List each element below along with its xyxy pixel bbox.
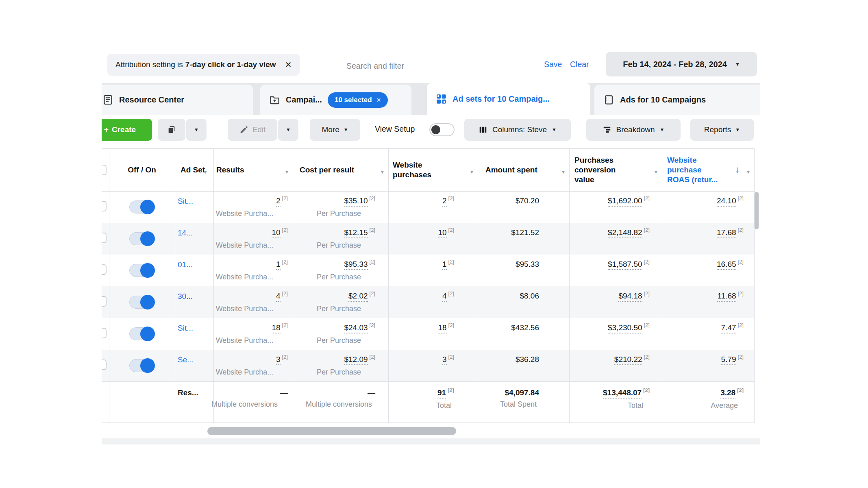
row-checkbox[interactable] [102, 296, 107, 307]
date-range-button[interactable]: Feb 14, 2024 - Feb 28, 2024 ▼ [606, 52, 757, 76]
column-header-website-purchase-roas[interactable]: Website purchase ROAS (retur...↓▼ [662, 148, 754, 191]
roas-value[interactable]: 17.68 [717, 228, 736, 238]
column-header-results[interactable]: Results▼ [213, 148, 293, 191]
ad-set-toggle[interactable] [129, 296, 154, 309]
duplicate-button[interactable] [158, 119, 185, 141]
more-button[interactable]: More ▼ [310, 119, 360, 141]
edit-button[interactable]: Edit [228, 119, 277, 141]
create-button[interactable]: + Create [102, 119, 152, 141]
website-purchases-value[interactable]: 10 [438, 228, 446, 238]
website-purchases-value[interactable]: 2 [442, 196, 447, 207]
column-menu-caret-icon[interactable]: ▼ [470, 167, 474, 177]
amount-spent-cell: $95.33 [478, 255, 569, 286]
roas-value[interactable]: 7.47 [721, 323, 736, 333]
duplicate-menu-button[interactable]: ▼ [186, 119, 207, 141]
cost-per-result-value[interactable]: $12.09 [344, 355, 368, 365]
column-menu-caret-icon[interactable]: ▼ [380, 167, 385, 177]
results-value[interactable]: 18 [272, 323, 280, 333]
ad-set-name-link[interactable]: Se... [178, 355, 194, 364]
column-menu-caret-icon[interactable]: ▼ [285, 167, 289, 177]
website-purchases-value[interactable]: 4 [442, 292, 447, 302]
roas-value[interactable]: 11.68 [717, 292, 736, 302]
footnote-marker: [2] [738, 195, 744, 201]
conversion-value[interactable]: $210.22 [614, 355, 642, 365]
roas-value[interactable]: 16.65 [717, 260, 736, 270]
column-menu-caret-icon[interactable]: ▼ [203, 167, 208, 177]
row-checkbox[interactable] [102, 264, 107, 275]
tab-ad-sets[interactable]: Ad sets for 10 Campaig... [427, 83, 590, 115]
cost-per-result-value[interactable]: $35.10 [344, 196, 368, 207]
row-checkbox[interactable] [102, 233, 107, 243]
conversion-value[interactable]: $94.18 [618, 292, 642, 302]
column-menu-caret-icon[interactable]: ▼ [561, 167, 566, 177]
row-checkbox[interactable] [102, 359, 107, 370]
conversion-value[interactable]: $3,230.50 [608, 323, 642, 333]
columns-button[interactable]: Columns: Steve ▼ [464, 119, 571, 141]
website-purchases-cell: 1[2] [388, 255, 478, 286]
column-header-purchases-conversion-value[interactable]: Purchases conversion value▼ [569, 148, 662, 191]
website-purchases-value[interactable]: 3 [442, 355, 447, 365]
column-header-amount-spent[interactable]: Amount spent▼ [478, 148, 569, 191]
ad-set-name-link[interactable]: Sit... [178, 197, 193, 205]
conversion-value[interactable]: $2,148.82 [608, 228, 642, 238]
results-value[interactable]: 4 [276, 292, 281, 302]
cost-per-result-value[interactable]: $95.33 [344, 260, 368, 270]
cost-per-result-value[interactable]: $2.02 [348, 292, 368, 302]
column-menu-caret-icon[interactable]: ▼ [746, 167, 751, 177]
column-header-ad-set[interactable]: Ad Set▼ [175, 148, 213, 191]
tab-ads[interactable]: Ads for 10 Campaigns [594, 85, 760, 115]
attribution-filter-chip[interactable]: Attribution setting is 7-day click or 1-… [107, 54, 300, 76]
select-all-checkbox[interactable] [102, 165, 107, 175]
roas-value[interactable]: 24.10 [717, 196, 736, 207]
ad-set-toggle[interactable] [129, 264, 154, 277]
save-filter-link[interactable]: Save [544, 60, 562, 69]
date-range-value: Feb 14, 2024 - Feb 28, 2024 [623, 60, 727, 69]
results-value[interactable]: 1 [276, 260, 281, 270]
results-value[interactable]: 3 [276, 355, 281, 365]
view-setup-toggle[interactable] [429, 123, 455, 136]
close-icon[interactable]: ✕ [285, 60, 292, 70]
search-input[interactable] [346, 57, 522, 75]
tab-resource-center[interactable]: Resource Center [102, 85, 253, 115]
ad-set-name-link[interactable]: 14... [178, 229, 193, 237]
totals-spent-value: $4,097.84 [505, 388, 539, 397]
reports-button[interactable]: Reports ▼ [690, 119, 754, 141]
row-checkbox[interactable] [102, 328, 107, 338]
column-menu-caret-icon[interactable]: ▼ [654, 167, 658, 177]
website-purchases-value[interactable]: 1 [442, 260, 447, 270]
row-checkbox[interactable] [102, 201, 107, 211]
ad-set-name-link[interactable]: 01... [178, 260, 193, 269]
ad-set-toggle[interactable] [129, 200, 154, 214]
edit-menu-button[interactable]: ▼ [278, 119, 298, 141]
roas-cell: 11.68[2] [662, 286, 754, 318]
totals-roas-value[interactable]: 3.28 [720, 388, 735, 399]
horizontal-scrollbar[interactable] [207, 427, 456, 435]
tab-campaigns[interactable]: Campai... 10 selected ✕ [260, 85, 411, 115]
ad-set-cell: 30... [175, 286, 213, 318]
cost-per-result-value[interactable]: $24.03 [344, 323, 368, 333]
results-value[interactable]: 10 [272, 228, 280, 238]
cost-per-result-value[interactable]: $12.15 [344, 228, 368, 238]
ad-set-name-link[interactable]: 30... [178, 292, 193, 301]
roas-value[interactable]: 5.79 [721, 355, 736, 365]
ad-set-toggle[interactable] [129, 359, 154, 372]
totals-conversion-value[interactable]: $13,448.07 [603, 388, 642, 399]
off-on-cell [109, 318, 175, 350]
cost-per-result-sublabel: Per Purchase [289, 305, 388, 313]
vertical-scrollbar[interactable] [755, 192, 759, 229]
breakdown-button[interactable]: Breakdown ▼ [586, 119, 681, 141]
website-purchases-value[interactable]: 18 [438, 323, 446, 333]
ad-set-name-link[interactable]: Sit... [178, 324, 193, 332]
conversion-value[interactable]: $1,587.50 [608, 260, 642, 270]
totals-conversion-value-cell: $13,448.07[2] Total [569, 381, 662, 423]
ad-set-toggle[interactable] [129, 232, 154, 245]
conversion-value[interactable]: $1,692.00 [608, 196, 642, 207]
clear-filter-link[interactable]: Clear [570, 60, 589, 69]
close-icon[interactable]: ✕ [376, 97, 381, 103]
totals-purchases-value[interactable]: 91 [437, 388, 446, 399]
column-header-website-purchases[interactable]: Website purchases▼ [388, 148, 478, 191]
selected-count-badge[interactable]: 10 selected ✕ [328, 92, 388, 108]
column-header-cost-per-result[interactable]: Cost per result▼ [293, 148, 388, 191]
ad-set-toggle[interactable] [129, 327, 154, 340]
results-value[interactable]: 2 [276, 196, 281, 207]
